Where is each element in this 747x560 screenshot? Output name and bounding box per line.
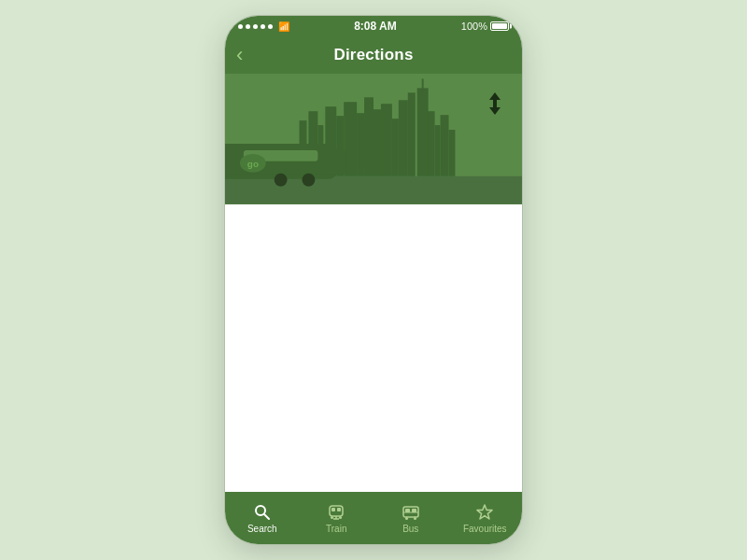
signal-dot-2: [246, 24, 250, 29]
svg-rect-7: [344, 102, 357, 176]
wifi-icon: 📶: [278, 21, 289, 32]
status-time: 8:08 AM: [354, 20, 397, 33]
signal-area: 📶: [238, 21, 289, 32]
tab-train[interactable]: Train: [300, 492, 374, 544]
svg-point-26: [275, 174, 288, 187]
tab-search[interactable]: Search: [225, 492, 300, 544]
svg-rect-11: [381, 104, 392, 176]
svg-point-44: [414, 517, 416, 520]
svg-rect-8: [357, 113, 364, 176]
svg-rect-41: [412, 509, 416, 512]
tab-train-label: Train: [326, 524, 346, 534]
tab-bus-label: Bus: [402, 524, 418, 534]
svg-rect-33: [331, 508, 335, 511]
content-area: [225, 204, 522, 492]
back-button[interactable]: ‹: [236, 45, 243, 65]
signal-dot-4: [261, 24, 265, 29]
svg-marker-29: [489, 102, 500, 115]
svg-rect-12: [392, 119, 399, 176]
battery-area: 100%: [461, 21, 509, 32]
tab-bar: Search Train: [225, 492, 522, 544]
battery-fill: [492, 23, 507, 29]
swap-directions-icon[interactable]: [485, 91, 505, 120]
skyline-illustration: go: [225, 74, 522, 204]
signal-dot-5: [268, 24, 273, 29]
svg-point-27: [302, 174, 315, 187]
signal-dot-1: [238, 24, 243, 29]
hero-banner: go: [225, 74, 522, 204]
tab-search-label: Search: [247, 524, 277, 534]
svg-point-38: [339, 516, 342, 519]
tab-bus[interactable]: Bus: [374, 492, 448, 544]
battery-icon: [490, 21, 509, 31]
svg-rect-19: [441, 115, 449, 176]
svg-rect-13: [399, 100, 408, 175]
tab-favourites[interactable]: Favourites: [448, 492, 523, 544]
svg-rect-32: [330, 506, 343, 516]
svg-rect-34: [337, 508, 341, 511]
svg-rect-9: [364, 97, 374, 175]
svg-point-37: [331, 516, 333, 519]
status-bar: 📶 8:08 AM 100%: [225, 16, 522, 36]
battery-percent: 100%: [461, 21, 487, 32]
train-icon: [327, 503, 345, 522]
svg-rect-40: [405, 509, 410, 512]
signal-dot-3: [253, 24, 258, 29]
tab-favourites-label: Favourites: [463, 524, 507, 534]
page-title: Directions: [333, 46, 413, 64]
svg-text:go: go: [247, 159, 259, 169]
svg-rect-15: [417, 88, 429, 175]
phone-frame: 📶 8:08 AM 100% ‹ Directions: [224, 15, 523, 545]
search-icon: [253, 503, 272, 522]
svg-marker-47: [477, 505, 492, 519]
star-icon: [475, 503, 494, 522]
svg-rect-17: [428, 111, 435, 176]
svg-rect-18: [435, 125, 441, 176]
svg-point-43: [405, 517, 408, 520]
svg-rect-1: [225, 176, 522, 204]
svg-rect-16: [422, 78, 424, 91]
svg-line-31: [264, 514, 269, 519]
bus-icon: [402, 503, 420, 522]
svg-rect-20: [448, 130, 455, 176]
svg-rect-10: [374, 109, 381, 176]
svg-rect-14: [408, 92, 416, 175]
nav-header: ‹ Directions: [225, 36, 522, 74]
